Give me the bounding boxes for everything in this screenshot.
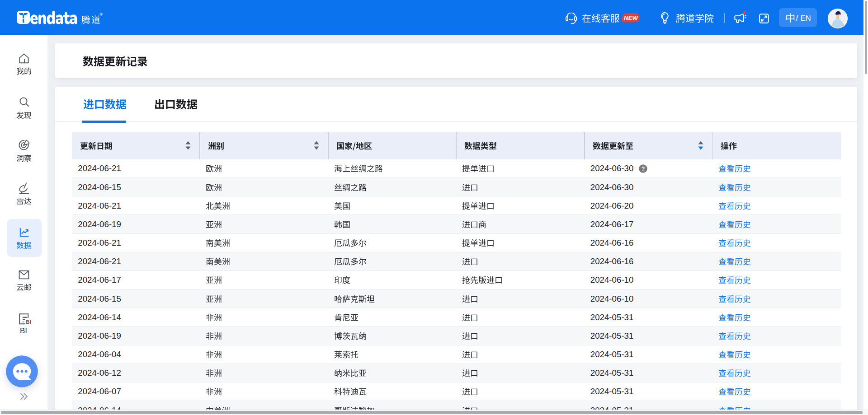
svg-text:BI: BI <box>26 319 31 325</box>
svg-text:?: ? <box>641 166 645 172</box>
